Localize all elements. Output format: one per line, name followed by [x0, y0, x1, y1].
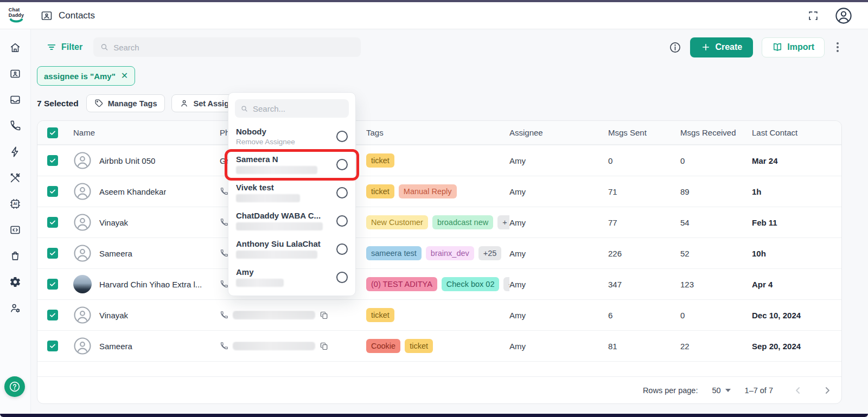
import-button[interactable]: Import	[762, 37, 825, 57]
row-checkbox[interactable]	[47, 155, 58, 166]
filter-chip-label: assignee is "Amy"	[44, 72, 116, 81]
bulk-actions-bar: 7 Selected Manage Tags Set Assignee	[37, 94, 842, 112]
sidebar-item-settings[interactable]	[2, 269, 28, 295]
assignee-option-chatdaddy-waba-c[interactable]: ChatDaddy WABA C...	[228, 207, 355, 235]
contact-avatar	[73, 182, 92, 201]
tag-chip: sameera test	[366, 246, 422, 260]
tag-chip: Check box 02	[442, 277, 500, 291]
phone-icon	[220, 218, 228, 227]
sidebar-item-contacts[interactable]	[2, 61, 28, 87]
table-row: Airbnb Unit 050GroupticketAmy00Mar 24	[37, 145, 841, 176]
sidebar-item-tools[interactable]	[2, 165, 28, 191]
contact-card-icon	[9, 68, 21, 80]
chip-close-icon[interactable]: ✕	[121, 72, 128, 80]
assignee-option-vivek-test[interactable]: Vivek test	[228, 178, 355, 207]
assignee-option-sameera-n[interactable]: Sameera N	[228, 150, 355, 178]
masked-phone-number	[236, 194, 300, 202]
msgs-received-cell: 0	[680, 156, 752, 165]
sidebar-item-store[interactable]	[2, 243, 28, 269]
radio-button[interactable]	[336, 159, 348, 170]
contact-name: Harvard Chin Yihao Extra l...	[99, 280, 202, 289]
fullscreen-button[interactable]	[807, 10, 819, 22]
last-contact-cell: 1h	[752, 187, 841, 196]
row-checkbox[interactable]	[47, 186, 58, 197]
contacts-search[interactable]	[93, 37, 361, 57]
phone-icon	[220, 280, 228, 288]
home-icon	[9, 42, 21, 54]
create-button[interactable]: Create	[690, 37, 753, 57]
avatar-person-icon	[73, 213, 92, 232]
copy-phone-button[interactable]	[320, 311, 329, 320]
pagination-bar: Rows per page: 50 1–7 of 7	[37, 376, 841, 403]
phone-icon	[220, 249, 228, 258]
sidebar-item-automation[interactable]	[2, 139, 28, 165]
chatdaddy-logo[interactable]: Chat Daddy	[4, 5, 28, 27]
tag-chip: +	[497, 215, 509, 229]
row-checkbox[interactable]	[47, 341, 58, 351]
search-input[interactable]	[113, 43, 354, 52]
table-row: Sameerasameera testbrainx_dev+25Amy22652…	[37, 238, 841, 268]
manage-tags-button[interactable]: Manage Tags	[86, 94, 165, 112]
sidebar-item-calls[interactable]	[2, 113, 28, 139]
filter-chip-assignee-amy[interactable]: assignee is "Amy" ✕	[37, 66, 135, 86]
radio-button[interactable]	[336, 131, 348, 142]
help-button[interactable]	[4, 376, 25, 397]
last-contact-cell: Mar 24	[752, 156, 841, 165]
row-checkbox[interactable]	[47, 217, 58, 228]
search-icon	[240, 104, 248, 113]
filter-button[interactable]: Filter	[46, 42, 82, 53]
assignee-option-amy[interactable]: Amy	[228, 263, 355, 291]
window-bottom-edge	[0, 414, 868, 417]
row-checkbox[interactable]	[47, 248, 58, 259]
masked-phone-number	[236, 251, 317, 259]
row-checkbox[interactable]	[47, 310, 58, 320]
radio-button[interactable]	[336, 272, 348, 283]
sidebar-item-ai[interactable]: AI	[2, 191, 28, 217]
msgs-sent-cell: 347	[608, 280, 680, 289]
assignee-option-label: ChatDaddy WABA C...	[236, 211, 331, 220]
radio-button[interactable]	[336, 243, 348, 255]
info-button[interactable]	[669, 41, 681, 54]
assignee-cell: Amy	[509, 156, 608, 165]
col-msgs-sent: Msgs Sent	[608, 128, 680, 137]
last-contact-cell: Dec 10, 2024	[752, 311, 841, 320]
radio-button[interactable]	[336, 187, 348, 198]
select-all-checkbox[interactable]	[47, 127, 58, 138]
assignee-cell: Amy	[509, 218, 608, 227]
table-row: VinayakNew Customerbroadcast new+Amy7754…	[37, 207, 841, 238]
sidebar-item-developer[interactable]	[2, 217, 28, 243]
last-contact-cell: 10h	[752, 249, 841, 258]
assignee-search[interactable]	[235, 99, 349, 118]
copy-icon	[320, 311, 329, 320]
prev-page-button[interactable]	[793, 385, 803, 396]
assignee-options-list: NobodyRemove AssigneeSameera NVivek test…	[228, 122, 355, 291]
more-options-button[interactable]	[833, 40, 842, 54]
plus-icon	[701, 42, 711, 52]
assignee-option-label: Sameera N	[236, 155, 331, 164]
phone-icon	[220, 342, 228, 350]
contact-avatar	[73, 337, 92, 355]
next-page-button[interactable]	[822, 385, 833, 396]
logo-text: Chat Daddy	[9, 8, 24, 18]
assignee-cell: Amy	[509, 311, 608, 320]
assignee-option-nobody[interactable]: NobodyRemove Assignee	[228, 122, 355, 150]
contact-avatar	[73, 213, 92, 232]
sidebar-item-home[interactable]	[2, 35, 28, 61]
assignee-option-label: Anthony Siu LalaChat	[236, 239, 331, 248]
contact-avatar	[73, 151, 92, 170]
assignee-option-anthony-siu-lalachat[interactable]: Anthony Siu LalaChat	[228, 235, 355, 263]
svg-text:AI: AI	[14, 202, 17, 206]
msgs-received-cell: 89	[680, 187, 752, 196]
sidebar-item-inbox[interactable]	[2, 87, 28, 113]
user-avatar[interactable]	[834, 7, 853, 25]
assignee-search-input[interactable]	[253, 104, 343, 113]
copy-phone-button[interactable]	[320, 342, 329, 351]
rows-per-page-select[interactable]: 50	[712, 386, 730, 395]
radio-button[interactable]	[336, 215, 348, 227]
rows-per-page-label: Rows per page:	[643, 386, 698, 395]
sidebar-item-team[interactable]	[2, 295, 28, 321]
col-tags: Tags	[366, 128, 509, 137]
assignee-cell: Amy	[509, 280, 608, 289]
row-checkbox[interactable]	[47, 279, 58, 290]
msgs-received-cell: 54	[680, 218, 752, 227]
